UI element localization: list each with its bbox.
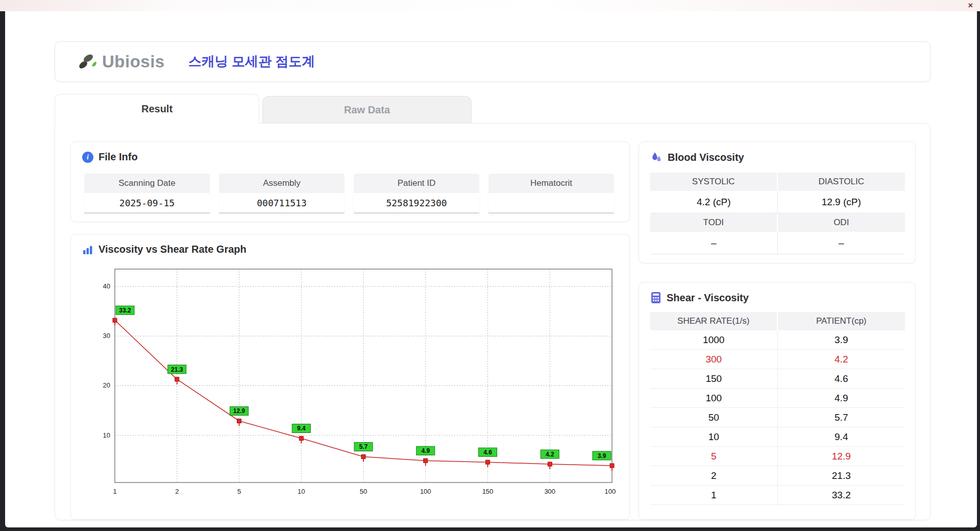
diastolic-header: DIASTOLIC xyxy=(778,173,905,191)
data-point-label: 33.2 xyxy=(116,306,134,315)
field-scanning-date: Scanning Date 2025-09-15 xyxy=(84,174,210,213)
svg-text:4.9: 4.9 xyxy=(421,447,430,454)
window-titlebar: × xyxy=(0,0,980,11)
data-point-marker xyxy=(175,377,179,381)
svg-text:3.9: 3.9 xyxy=(598,452,606,460)
shear-rate-cell: 1000 xyxy=(650,330,778,350)
patient-value-cell: 4.2 xyxy=(778,350,905,369)
data-point-marker xyxy=(113,318,117,322)
systolic-value: 4.2 (cP) xyxy=(650,191,778,213)
shear-rate-cell: 2 xyxy=(650,466,778,486)
svg-text:1000: 1000 xyxy=(605,488,616,495)
field-value xyxy=(488,193,614,213)
svg-text:9.4: 9.4 xyxy=(297,425,306,432)
file-info-card: i File Info Scanning Date 2025-09-15 Ass… xyxy=(70,141,630,222)
svg-text:33.2: 33.2 xyxy=(119,307,131,314)
tab-result-label: Result xyxy=(141,103,173,115)
field-patient-id: Patient ID 52581922300 xyxy=(354,174,479,213)
shear-viscosity-table: SHEAR RATE(1/s) PATIENT(cp) 10003.93004.… xyxy=(650,312,905,505)
shear-viscosity-title: Shear - Viscosity xyxy=(667,292,749,304)
odi-header: ODI xyxy=(778,213,905,232)
file-info-title-row: i File Info xyxy=(82,151,138,163)
data-point-marker xyxy=(610,464,614,468)
field-label: Patient ID xyxy=(354,174,479,193)
blood-viscosity-title: Blood Viscosity xyxy=(668,152,744,163)
tab-result[interactable]: Result xyxy=(55,94,259,124)
blood-viscosity-grid: SYSTOLIC DIASTOLIC 4.2 (cP) 12.9 (cP) TO… xyxy=(650,173,905,254)
blood-viscosity-card: Blood Viscosity SYSTOLIC DIASTOLIC 4.2 (… xyxy=(639,141,916,263)
logo: Ubiosis xyxy=(77,51,165,73)
shear-rate-cell: 150 xyxy=(650,369,778,389)
calculator-icon xyxy=(650,292,662,304)
svg-text:50: 50 xyxy=(360,488,367,495)
field-value: 52581922300 xyxy=(354,193,479,213)
shear-title-row: Shear - Viscosity xyxy=(650,292,749,304)
shear-rate-column-header: SHEAR RATE(1/s) xyxy=(650,312,778,330)
info-icon: i xyxy=(82,152,93,163)
page-title: 스캐닝 모세관 점도계 xyxy=(188,53,315,70)
data-point-label: 4.9 xyxy=(416,446,435,455)
svg-text:4.2: 4.2 xyxy=(546,451,554,458)
drops-icon xyxy=(650,151,663,163)
viscosity-chart: 102030401251050100150300100033.221.312.9… xyxy=(85,264,616,504)
todi-value: – xyxy=(650,232,778,254)
patient-value-cell: 4.6 xyxy=(778,369,905,389)
svg-text:150: 150 xyxy=(482,488,494,495)
data-point-label: 3.9 xyxy=(593,451,611,460)
data-point-label: 12.9 xyxy=(230,406,249,415)
patient-value-cell: 33.2 xyxy=(778,486,905,505)
svg-text:300: 300 xyxy=(544,488,555,495)
tab-raw-data[interactable]: Raw Data xyxy=(262,96,472,124)
svg-text:10: 10 xyxy=(298,488,305,495)
shear-viscosity-card: Shear - Viscosity SHEAR RATE(1/s) PATIEN… xyxy=(639,282,916,520)
shear-rate-cell: 300 xyxy=(650,350,778,369)
data-point-marker xyxy=(424,458,428,463)
shear-rate-cell: 5 xyxy=(650,447,778,466)
field-hematocrit: Hematocrit xyxy=(488,174,614,213)
data-point-label: 5.7 xyxy=(354,442,373,451)
graph-title-row: Viscosity vs Shear Rate Graph xyxy=(82,244,247,255)
svg-text:40: 40 xyxy=(103,282,110,290)
file-info-fields: Scanning Date 2025-09-15 Assembly 000711… xyxy=(84,174,614,213)
app-header: Ubiosis 스캐닝 모세관 점도계 xyxy=(55,41,930,82)
odi-value: – xyxy=(778,232,905,254)
svg-text:1: 1 xyxy=(113,488,116,495)
graph-card: Viscosity vs Shear Rate Graph 1020304012… xyxy=(70,234,630,520)
svg-text:30: 30 xyxy=(103,332,110,340)
data-point-label: 9.4 xyxy=(292,424,310,432)
svg-text:10: 10 xyxy=(103,431,110,439)
field-value: 000711513 xyxy=(219,193,345,213)
data-point-label: 4.2 xyxy=(541,450,559,458)
shear-rate-cell: 100 xyxy=(650,389,778,408)
chart-bars-icon xyxy=(82,244,93,255)
data-point-marker xyxy=(237,419,241,423)
field-value: 2025-09-15 xyxy=(84,193,210,213)
patient-value-cell: 3.9 xyxy=(778,330,905,350)
systolic-header: SYSTOLIC xyxy=(650,173,778,191)
patient-value-cell: 4.9 xyxy=(778,389,905,408)
field-label: Scanning Date xyxy=(84,174,210,193)
svg-text:5.7: 5.7 xyxy=(359,443,368,450)
todi-header: TODI xyxy=(650,213,778,232)
patient-value-cell: 5.7 xyxy=(778,408,905,427)
app-window: Ubiosis 스캐닝 모세관 점도계 Result Raw Data i Fi… xyxy=(5,11,977,527)
svg-text:21.3: 21.3 xyxy=(171,366,183,373)
svg-text:2: 2 xyxy=(175,488,179,495)
svg-text:20: 20 xyxy=(103,381,110,389)
close-icon[interactable]: × xyxy=(968,1,973,11)
diastolic-value: 12.9 (cP) xyxy=(778,191,905,213)
graph-title: Viscosity vs Shear Rate Graph xyxy=(99,244,247,255)
svg-text:4.6: 4.6 xyxy=(483,449,492,456)
logo-text: Ubiosis xyxy=(102,52,165,71)
data-point-marker xyxy=(486,460,490,464)
data-point-marker xyxy=(361,454,365,458)
svg-text:12.9: 12.9 xyxy=(233,407,246,415)
svg-text:5: 5 xyxy=(237,488,241,495)
patient-value-cell: 21.3 xyxy=(778,466,905,486)
data-point-label: 4.6 xyxy=(479,448,497,456)
field-assembly: Assembly 000711513 xyxy=(219,174,345,213)
patient-column-header: PATIENT(cp) xyxy=(778,312,905,330)
field-label: Assembly xyxy=(219,174,345,193)
logo-leaf-icon xyxy=(77,51,100,73)
result-panel: i File Info Scanning Date 2025-09-15 Ass… xyxy=(55,123,930,520)
